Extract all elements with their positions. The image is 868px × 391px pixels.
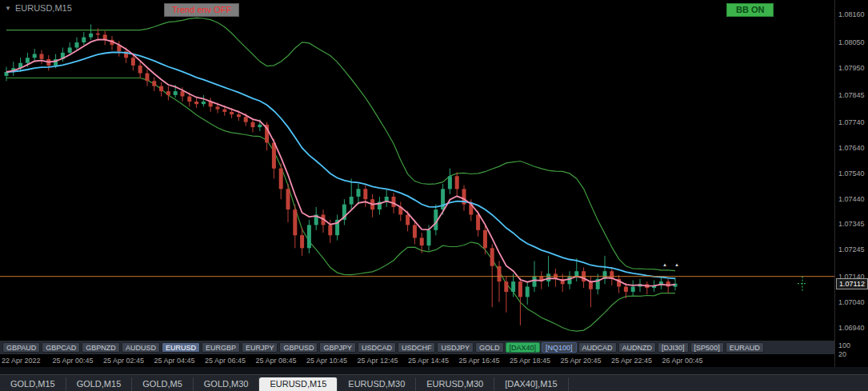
chart-tab-GOLD,M15[interactable]: GOLD,M15	[0, 377, 66, 391]
time-axis[interactable]: 22 Apr 202225 Apr 00:4525 Apr 02:4525 Ap…	[0, 354, 834, 367]
candle-body	[455, 176, 459, 189]
candle-body	[230, 112, 234, 114]
candlestick-chart[interactable]: ▴▴	[0, 0, 834, 341]
candle-body	[511, 281, 515, 292]
time-tick-label: 25 Apr 16:45	[459, 357, 500, 365]
candle-body	[350, 197, 354, 205]
candle-body	[251, 122, 255, 127]
chart-tab-GOLD,M15[interactable]: GOLD,M15	[66, 377, 133, 391]
symbol-button-AUDNZD[interactable]: AUDNZD	[618, 342, 657, 353]
candle-body	[631, 287, 635, 292]
candle-body	[244, 117, 248, 122]
mt4-chart-window: ▴▴ ▼ EURUSD,M15 Trend env OFF BB ON 1.07…	[0, 0, 868, 391]
price-tick-label: 1.07950	[838, 64, 865, 72]
symbol-button-AUDUSD[interactable]: AUDUSD	[122, 342, 160, 353]
candle-body	[194, 102, 198, 104]
time-tick-label: 25 Apr 12:45	[358, 357, 398, 365]
symbol-button-SP500[interactable]: [SP500]	[690, 342, 724, 353]
candle-body	[202, 102, 206, 104]
chart-tab-EURUSD,M30[interactable]: EURUSD,M30	[338, 377, 416, 391]
candle-body	[406, 215, 410, 225]
candle-body	[476, 215, 480, 230]
symbol-button-GBPJPY[interactable]: GBPJPY	[319, 342, 356, 353]
candle-body	[526, 287, 530, 297]
candle-body	[131, 58, 135, 66]
candle-body	[498, 266, 502, 281]
indicator-scale-label: 100	[838, 341, 850, 349]
signal-marker-icon: ▴	[675, 261, 678, 267]
candle-body	[441, 189, 445, 209]
time-tick-label: 25 Apr 14:45	[408, 357, 449, 365]
candle-body	[26, 58, 30, 62]
symbol-button-DJI30[interactable]: [DJI30]	[658, 342, 689, 353]
bollinger-upper-band	[6, 18, 675, 270]
time-tick-label: 26 Apr 00:45	[662, 357, 703, 365]
symbol-button-EURGBP[interactable]: EURGBP	[202, 342, 240, 353]
chart-tab-GOLD,M5[interactable]: GOLD,M5	[132, 377, 194, 391]
time-tick-label: 25 Apr 02:45	[103, 357, 144, 365]
candle-body	[427, 230, 431, 245]
chart-tab-GOLD,M30[interactable]: GOLD,M30	[194, 377, 260, 391]
chart-symbol-title: ▼ EURUSD,M15	[5, 3, 72, 13]
chart-tab-EURUSD,M30[interactable]: EURUSD,M30	[416, 377, 494, 391]
symbol-button-EURJPY[interactable]: EURJPY	[242, 342, 278, 353]
symbol-quickbar: GBPAUDGBPCADGBPNZDAUDUSDEURUSDEURGBPEURJ…	[0, 341, 834, 354]
candle-body	[96, 34, 100, 35]
candle-body	[328, 225, 332, 235]
candle-body	[82, 38, 86, 42]
time-tick-label: 25 Apr 04:45	[154, 357, 195, 365]
symbol-button-GBPNZD[interactable]: GBPNZD	[82, 342, 120, 353]
symbol-button-USDCHF[interactable]: USDCHF	[398, 342, 436, 353]
symbol-button-USDCAD[interactable]: USDCAD	[358, 342, 396, 353]
candle-body	[89, 34, 93, 38]
candle-body	[237, 114, 241, 117]
symbol-button-EURUSD[interactable]: EURUSD	[162, 342, 200, 353]
chart-tab-EURUSD,M15[interactable]: EURUSD,M15	[259, 377, 338, 391]
price-tick-label: 1.07140	[838, 273, 865, 281]
price-tick-label: 1.07640	[838, 144, 865, 152]
price-tick-label: 1.07540	[838, 170, 865, 178]
candle-body	[413, 225, 417, 237]
candle-body	[293, 209, 297, 235]
price-tick-label: 1.06940	[838, 324, 865, 332]
candle-body	[272, 143, 276, 169]
signal-marker-icon: ▴	[663, 261, 666, 267]
symbol-button-GOLD[interactable]: GOLD	[475, 342, 504, 353]
symbol-button-GBPCAD[interactable]: GBPCAD	[42, 342, 80, 353]
slow-ma-line	[6, 52, 675, 278]
symbol-button-DAX40[interactable]: [DAX40]	[506, 342, 541, 353]
candle-body	[490, 248, 494, 266]
candle-body	[300, 235, 304, 248]
symbol-button-GBPAUD[interactable]: GBPAUD	[2, 342, 40, 353]
time-tick-label: 25 Apr 18:45	[510, 357, 550, 365]
candle-body	[159, 86, 163, 91]
candle-body	[568, 277, 572, 285]
chart-tab-[DAX40],M15[interactable]: [DAX40],M15	[494, 377, 568, 391]
indicator-scale-label: 20	[838, 350, 846, 358]
candle-body	[286, 189, 290, 209]
bb-toggle-button[interactable]: BB ON	[726, 3, 774, 17]
symbol-button-USDJPY[interactable]: USDJPY	[437, 342, 474, 353]
bollinger-lower-band	[6, 78, 675, 332]
chevron-down-icon[interactable]: ▼	[5, 5, 11, 12]
candle-body	[68, 48, 72, 53]
symbol-button-GBPUSD[interactable]: GBPUSD	[279, 342, 318, 353]
candle-body	[146, 74, 150, 82]
symbol-button-AUDCAD[interactable]: AUDCAD	[578, 342, 617, 353]
candle-body	[138, 66, 142, 74]
candle-body	[483, 230, 487, 249]
candle-body	[181, 91, 185, 96]
candle-body	[75, 42, 79, 47]
trend-env-toggle-button[interactable]: Trend env OFF	[164, 3, 239, 17]
symbol-button-EURAUD[interactable]: EURAUD	[726, 342, 764, 353]
symbol-button-NQ100[interactable]: [NQ100]	[542, 342, 577, 353]
chart-area[interactable]: ▴▴ ▼ EURUSD,M15 Trend env OFF BB ON	[0, 0, 834, 341]
price-tick-label: 1.08160	[838, 10, 865, 18]
candle-body	[152, 81, 156, 86]
price-axis[interactable]: 1.07112 1.081601.080501.079501.078451.07…	[834, 0, 868, 367]
candle-body	[420, 237, 424, 245]
candle-body	[307, 225, 311, 248]
chart-cursor-marker	[798, 277, 807, 291]
candle-body	[222, 110, 226, 112]
candle-body	[589, 281, 593, 289]
